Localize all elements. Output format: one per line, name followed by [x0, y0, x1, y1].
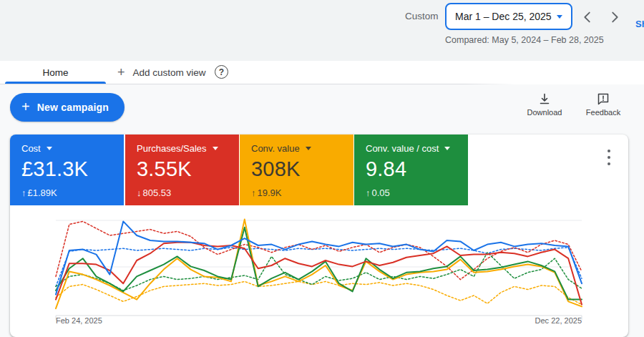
scorecard-value: 308K: [251, 157, 348, 181]
delta-arrow-icon: ↑: [251, 187, 256, 198]
show-link[interactable]: Sh: [635, 19, 644, 29]
chevron-down-icon: [306, 147, 311, 150]
tab-home-label: Home: [42, 67, 68, 78]
scorecard-label: Purchases/Sales: [137, 143, 207, 154]
chevron-down-icon: [557, 15, 562, 19]
feedback-icon: [596, 92, 610, 106]
chart-line-purchases-sales: [56, 243, 582, 305]
scorecard-label: Cost: [21, 143, 41, 154]
x-axis-end-label: Dec 22, 2025: [510, 316, 582, 325]
feedback-label: Feedback: [586, 108, 620, 117]
x-axis-start-label: Feb 24, 2025: [56, 316, 102, 325]
scorecard-delta: 0.05: [372, 187, 390, 198]
download-icon: [537, 92, 552, 106]
overview-card: Cost £31.3K ↑ £1.89K Purchases/Sales 3.5…: [10, 135, 628, 337]
add-custom-view-label: Add custom view: [133, 67, 206, 78]
next-period-button[interactable]: [607, 9, 623, 25]
header-bar: Custom Mar 1 – Dec 25, 2025 Sh Compared:…: [0, 0, 644, 61]
date-range-value: Mar 1 – Dec 25, 2025: [455, 11, 552, 22]
compared-date-range: Compared: May 5, 2024 – Feb 28, 2025: [445, 35, 604, 45]
scorecard-delta: £1.89K: [28, 187, 57, 198]
scorecard[interactable]: Cost £31.3K ↑ £1.89K: [10, 135, 124, 205]
delta-arrow-icon: ↑: [21, 187, 26, 198]
feedback-button[interactable]: Feedback: [582, 92, 625, 117]
scorecard-value: 9.84: [366, 157, 462, 181]
previous-period-button[interactable]: [580, 9, 595, 25]
chart-line-cost: [56, 221, 582, 294]
chart-line-conv-value-previous: [56, 281, 582, 304]
download-button[interactable]: Download: [523, 92, 566, 117]
plus-icon: +: [117, 66, 125, 79]
delta-arrow-icon: ↓: [137, 187, 142, 198]
date-range-type-label: Custom: [405, 11, 439, 21]
chevron-down-icon: [213, 147, 218, 150]
tab-bar: Home + Add custom view ?: [0, 61, 644, 84]
scorecard-value: £31.3K: [21, 157, 118, 181]
more-options-button[interactable]: [602, 149, 615, 166]
scorecard-label: Conv. value: [251, 143, 300, 154]
google-ads-overview-screen: Custom Mar 1 – Dec 25, 2025 Sh Compared:…: [0, 0, 644, 337]
chart-line-conv-value-per-cost-previous: [56, 253, 582, 290]
scorecard[interactable]: Conv. value / cost 9.84 ↑ 0.05: [354, 135, 468, 205]
scorecard-value: 3.55K: [137, 157, 233, 181]
scorecard-delta: 19.9K: [258, 187, 282, 198]
overview-chart: [43, 212, 628, 333]
tab-home[interactable]: Home: [5, 61, 106, 84]
scorecard[interactable]: Conv. value 308K ↑ 19.9K: [240, 135, 353, 205]
date-range-selector[interactable]: Mar 1 – Dec 25, 2025: [445, 3, 572, 30]
help-icon[interactable]: ?: [215, 65, 228, 79]
delta-arrow-icon: ↑: [366, 187, 371, 198]
chevron-down-icon: [444, 147, 450, 150]
scorecard[interactable]: Purchases/Sales 3.55K ↓ 805.53: [125, 135, 239, 205]
plus-icon: +: [21, 99, 30, 114]
scorecard-label: Conv. value / cost: [366, 143, 439, 154]
question-mark-glyph: ?: [219, 67, 224, 77]
tab-bar-divider: [0, 84, 515, 84]
chevron-down-icon: [47, 147, 52, 150]
add-custom-view-button[interactable]: + Add custom view: [114, 61, 209, 84]
new-campaign-button[interactable]: + New campaign: [10, 93, 125, 122]
download-label: Download: [527, 108, 562, 117]
new-campaign-label: New campaign: [37, 102, 109, 113]
chevron-right-icon: [607, 9, 623, 25]
chevron-left-icon: [580, 9, 595, 25]
scorecard-delta: 805.53: [143, 187, 172, 198]
